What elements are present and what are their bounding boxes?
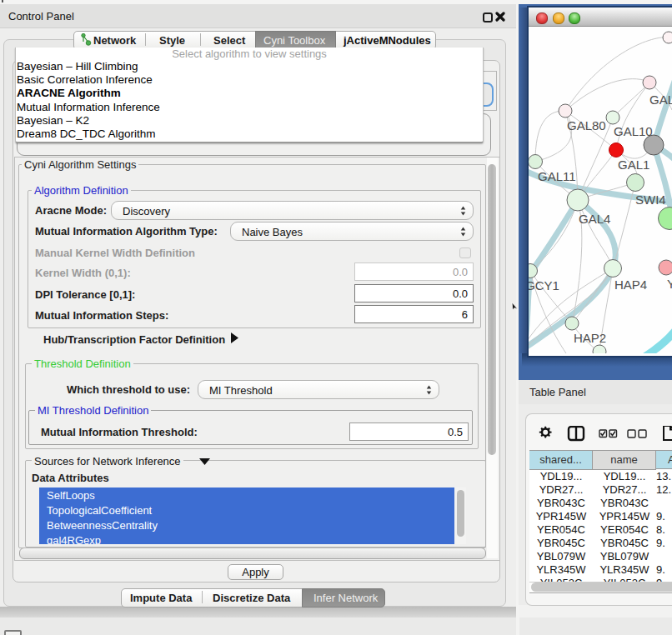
svg-text:GAL7: GAL7 — [649, 92, 672, 107]
svg-text:HAP4: HAP4 — [614, 278, 647, 292]
svg-text:SWI4: SWI4 — [635, 192, 666, 207]
svg-text:GAL4: GAL4 — [579, 212, 610, 226]
svg-text:GAL80: GAL80 — [567, 118, 606, 132]
svg-text:GAL10: GAL10 — [614, 124, 653, 138]
svg-text:GAL11: GAL11 — [538, 169, 576, 183]
svg-text:GCY1: GCY1 — [529, 278, 559, 292]
svg-text:HAP2: HAP2 — [574, 331, 606, 345]
svg-text:Y: Y — [667, 277, 672, 291]
svg-text:GAL1: GAL1 — [618, 158, 649, 172]
